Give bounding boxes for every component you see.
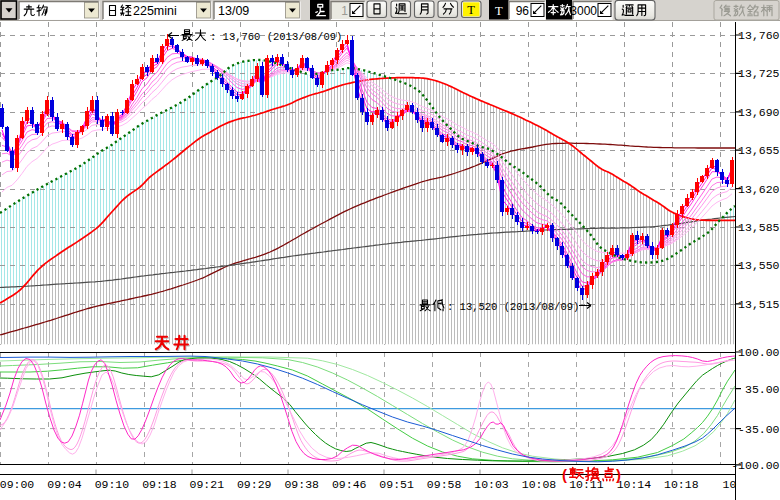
svg-text:09:38: 09:38 <box>284 478 319 491</box>
svg-text:13,655: 13,655 <box>738 144 780 157</box>
svg-text:09:00: 09:00 <box>0 478 34 491</box>
svg-text:10: 10 <box>723 478 737 491</box>
svg-text:09:29: 09:29 <box>237 478 272 491</box>
svg-text:100.00: 100.00 <box>738 346 780 359</box>
svg-text:13,550: 13,550 <box>738 259 780 272</box>
svg-text:13/09: 13/09 <box>218 4 249 18</box>
svg-text:10:14: 10:14 <box>617 478 652 491</box>
svg-text:09:04: 09:04 <box>47 478 82 491</box>
svg-text:10:18: 10:18 <box>664 478 699 491</box>
svg-text:: 13,760 (2013/08/09): : 13,760 (2013/08/09) <box>210 31 342 43</box>
svg-text:09:51: 09:51 <box>379 478 414 491</box>
svg-text:1: 1 <box>341 4 348 18</box>
svg-text:10:03: 10:03 <box>474 478 509 491</box>
svg-text:3000: 3000 <box>570 4 597 18</box>
svg-text:T: T <box>467 3 475 17</box>
svg-text:(: ( <box>562 466 567 483</box>
svg-text:35.00: 35.00 <box>745 383 780 396</box>
svg-text:09:10: 09:10 <box>95 478 130 491</box>
svg-text:09:21: 09:21 <box>190 478 225 491</box>
svg-text:09:46: 09:46 <box>332 478 367 491</box>
svg-text:09:18: 09:18 <box>142 478 177 491</box>
svg-text:13,620: 13,620 <box>738 183 780 196</box>
svg-text:96: 96 <box>516 4 530 18</box>
svg-text:13,515: 13,515 <box>738 298 780 311</box>
svg-text:: 13,520 (2013/08/09): : 13,520 (2013/08/09) <box>447 301 579 313</box>
svg-text:13,585: 13,585 <box>738 221 780 234</box>
svg-text:13,690: 13,690 <box>738 106 780 119</box>
svg-text:-35.00: -35.00 <box>738 423 780 436</box>
svg-text:T: T <box>495 4 503 18</box>
svg-text:09:58: 09:58 <box>427 478 462 491</box>
svg-text:225mini: 225mini <box>133 4 177 18</box>
svg-text:): ) <box>616 466 621 483</box>
svg-text:10:08: 10:08 <box>522 478 557 491</box>
svg-text:13,725: 13,725 <box>738 67 780 80</box>
svg-text:13,760: 13,760 <box>738 29 780 42</box>
